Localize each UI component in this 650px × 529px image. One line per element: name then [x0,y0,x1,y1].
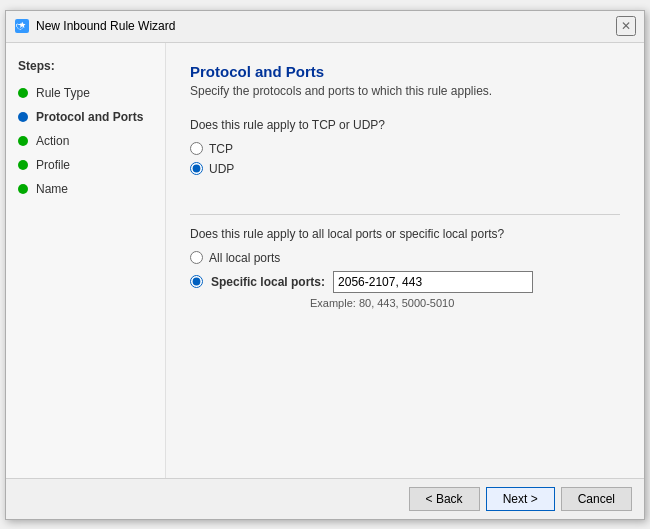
cancel-button[interactable]: Cancel [561,487,632,511]
all-ports-radio[interactable] [190,251,203,264]
sidebar-item-rule-type[interactable]: Rule Type [6,81,165,105]
dot-icon-name [18,184,28,194]
tcp-label[interactable]: TCP [209,142,233,156]
sidebar-item-protocol-ports[interactable]: Protocol and Ports [6,105,165,129]
main-panel: Protocol and Ports Specify the protocols… [166,43,644,478]
content-area: Steps: Rule Type Protocol and Ports Acti… [6,43,644,478]
sidebar-label-profile: Profile [36,158,70,172]
ports-example: Example: 80, 443, 5000-5010 [310,297,620,309]
ports-section: Does this rule apply to all local ports … [190,227,620,309]
tcp-radio[interactable] [190,142,203,155]
dot-icon-protocol-ports [18,112,28,122]
sidebar-header: Steps: [6,59,165,81]
tcp-question: Does this rule apply to TCP or UDP? [190,118,620,132]
udp-label[interactable]: UDP [209,162,234,176]
ports-input[interactable] [333,271,533,293]
window-title: New Inbound Rule Wizard [36,19,175,33]
all-ports-option[interactable]: All local ports [190,251,620,265]
svg-text:🛡: 🛡 [16,22,25,32]
tcp-option[interactable]: TCP [190,142,620,156]
sidebar-label-protocol-ports: Protocol and Ports [36,110,143,124]
wizard-window: 🛡 New Inbound Rule Wizard ✕ Steps: Rule … [5,10,645,520]
page-subtitle: Specify the protocols and ports to which… [190,84,620,98]
footer: < Back Next > Cancel [6,478,644,519]
page-title: Protocol and Ports [190,63,620,80]
specific-ports-label[interactable]: Specific local ports: [211,275,325,289]
ports-question: Does this rule apply to all local ports … [190,227,620,241]
divider [190,214,620,215]
all-ports-label[interactable]: All local ports [209,251,280,265]
specific-ports-radio[interactable] [190,275,203,288]
next-button[interactable]: Next > [486,487,555,511]
title-bar: 🛡 New Inbound Rule Wizard ✕ [6,11,644,43]
sidebar-label-action: Action [36,134,69,148]
udp-radio[interactable] [190,162,203,175]
dot-icon-action [18,136,28,146]
dot-icon-rule-type [18,88,28,98]
sidebar-label-name: Name [36,182,68,196]
dot-icon-profile [18,160,28,170]
protocol-section: Does this rule apply to TCP or UDP? TCP … [190,118,620,182]
back-button[interactable]: < Back [409,487,480,511]
title-bar-left: 🛡 New Inbound Rule Wizard [14,18,175,34]
udp-option[interactable]: UDP [190,162,620,176]
sidebar-item-action[interactable]: Action [6,129,165,153]
wizard-icon: 🛡 [14,18,30,34]
close-button[interactable]: ✕ [616,16,636,36]
sidebar-item-profile[interactable]: Profile [6,153,165,177]
sidebar-label-rule-type: Rule Type [36,86,90,100]
sidebar-item-name[interactable]: Name [6,177,165,201]
sidebar: Steps: Rule Type Protocol and Ports Acti… [6,43,166,478]
specific-ports-row: Specific local ports: [190,271,620,293]
